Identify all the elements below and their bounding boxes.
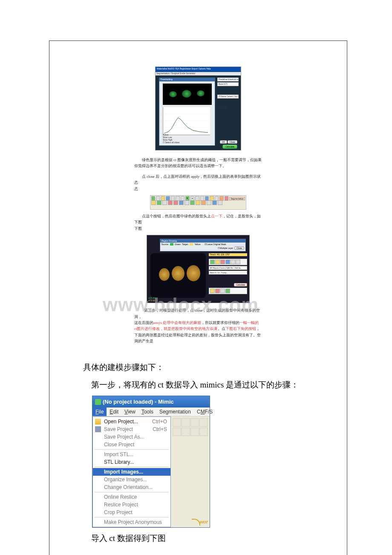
emb-p3-r1: ansys 处理中会有很大的麻烦 xyxy=(153,321,201,325)
menu-online-reslice[interactable]: Online Reslice xyxy=(93,493,170,501)
action-icon[interactable] xyxy=(220,289,225,293)
faded-tool-icon xyxy=(173,428,181,436)
toolbar-icon[interactable] xyxy=(218,200,222,205)
mask-tool-icon[interactable] xyxy=(225,260,230,264)
toolbar-icon[interactable] xyxy=(184,200,189,205)
ct-slice-view[interactable] xyxy=(150,253,206,298)
emb-p3-c: 。点 xyxy=(218,327,225,331)
file-dropdown-menu: Open Project... Ctrl+O Save Project Ctrl… xyxy=(92,416,171,527)
faded-tool-icon xyxy=(199,428,208,436)
region-close-button[interactable]: Close xyxy=(234,246,244,250)
menu-crop-project[interactable]: Crop Project xyxy=(93,509,170,516)
toolbar-icon[interactable] xyxy=(162,200,167,205)
calculate-button[interactable]: Calculate xyxy=(222,145,237,149)
source-value[interactable]: Green xyxy=(175,243,181,246)
menu-open-project[interactable]: Open Project... Ctrl+O xyxy=(93,418,170,425)
mask-tool-icon[interactable] xyxy=(220,260,225,264)
action-icon[interactable] xyxy=(215,289,220,293)
select-all-check[interactable]: ☐ Select all slices xyxy=(163,141,180,144)
target-label: Target: xyxy=(182,243,188,246)
leave-original-check[interactable]: ☑ Leave Original Mask xyxy=(205,243,226,246)
multiple-check[interactable]: ☑ Multiple... xyxy=(217,107,239,110)
emb-toolbar: Segmentation / Surgical Guide Generator xyxy=(156,72,241,75)
toolbar-icon[interactable] xyxy=(151,200,156,205)
emb-p3-b: ，所以就要求你仔细的 xyxy=(201,321,239,325)
mask-tool-icon[interactable] xyxy=(236,260,240,264)
threshold-side-panel: Predefined threshold sets Bone (CT) ☑ Na… xyxy=(217,78,239,110)
close-button[interactable]: Close xyxy=(228,140,237,144)
menu-view[interactable]: View xyxy=(121,408,138,416)
faded-tool-icon xyxy=(190,428,199,436)
faded-tool-icon xyxy=(199,418,208,427)
mask-tool-icon[interactable] xyxy=(210,260,215,264)
faded-tool-icon xyxy=(182,418,190,427)
mimics-app-icon xyxy=(95,399,101,405)
histogram-chart xyxy=(163,107,210,135)
toolbar-icon[interactable] xyxy=(168,200,173,205)
toolbar-icon[interactable] xyxy=(190,200,195,205)
mask-tool-icon[interactable] xyxy=(215,260,220,264)
menu-close-project[interactable]: Close Project xyxy=(93,441,170,448)
toolbar-icon[interactable] xyxy=(225,196,228,201)
menu-file[interactable]: File xyxy=(92,408,107,416)
source-label: Source: xyxy=(161,243,169,246)
dialog-buttons: OK Close xyxy=(220,140,237,144)
mask-tool-icon[interactable] xyxy=(231,260,235,264)
emb-para-2a-tail: 下图 xyxy=(134,226,142,231)
emb-para-2a-hl: 点一下 xyxy=(211,214,222,218)
side-row-bone[interactable]: Bone (CT) xyxy=(217,82,239,86)
main-para-step1: 第一步，将现有的 ct 数据导入 mimics 是通过以下的步骤： xyxy=(71,379,326,391)
menu-make-anonymous[interactable]: Make Project Anonymous xyxy=(93,518,170,526)
green-region-1 xyxy=(169,91,177,97)
menu-reslice-project[interactable]: Reslice Project xyxy=(93,501,170,509)
emb-para-1a: 绿色显示的是根据 ct 图像灰度所生成的阈值，一般不需要调节，但如果你觉得边界不… xyxy=(134,157,262,169)
menu-segmentation[interactable]: Segmentation xyxy=(156,408,194,416)
threshold-dialog: Thresholding Active xyxy=(159,78,215,146)
menu-save-as[interactable]: Save Project As... xyxy=(93,433,170,441)
menu-separator xyxy=(95,467,169,467)
menu-import-stl[interactable]: Import STL... xyxy=(93,451,170,458)
menu-edit[interactable]: Edit xyxy=(107,408,121,416)
bone-region xyxy=(187,265,200,281)
menu-organize-images[interactable]: Organize Images... xyxy=(93,476,170,483)
faded-tool-icon xyxy=(173,418,181,427)
embedded-toolbar-screenshot: ✦ + Segmentation xyxy=(150,195,246,210)
region-growing-title: Region Growing xyxy=(160,239,245,243)
menu-stl-library[interactable]: STL Library... xyxy=(93,458,170,466)
target-color-swatch xyxy=(190,243,193,246)
segmentation-tab[interactable]: Segmentation xyxy=(229,197,245,200)
embedded-screenshot-threshold: Materialise MoDGI FEA Registration Expor… xyxy=(155,66,241,150)
region-calculate-button[interactable]: Calculate xyxy=(234,283,247,286)
toolbar-icon[interactable] xyxy=(173,200,178,205)
menu-tools[interactable]: Tools xyxy=(138,408,156,416)
side-row-preset: Predefined threshold sets xyxy=(217,78,239,81)
coordinate-readout: -215.94 -473.60 xyxy=(148,297,155,302)
target-value[interactable]: Yellow xyxy=(194,243,200,246)
emb-para-3-body: 这在后面的ansys 处理中会有很大的麻烦，所以就要求你仔细的一幅一幅的 ct图… xyxy=(134,320,262,344)
toolbar-icon[interactable] xyxy=(201,200,206,205)
menu-save-project[interactable]: Save Project Ctrl+S xyxy=(93,425,170,433)
menu-change-orientation[interactable]: Change Orientation... xyxy=(93,483,170,491)
menu-save-shortcut: Ctrl+S xyxy=(153,426,167,432)
toolbar-icon[interactable] xyxy=(212,200,217,205)
tabs-row[interactable]: 3D Objects | Contrs | CAD Ob.. | Soft Va… xyxy=(209,266,247,270)
green-region-3 xyxy=(197,90,205,96)
action-icon[interactable] xyxy=(225,289,230,293)
ok-button[interactable]: OK xyxy=(220,140,227,144)
toolbar-icon[interactable] xyxy=(179,200,184,205)
menu-import-images[interactable]: Import Images... xyxy=(93,468,170,476)
emb-para-1b: 点 close 后，点上面对话框的 apply，然后切换上面的表单到如图所示状态 xyxy=(134,174,261,185)
emb-p3-r3: 下图右下角的按钮 xyxy=(225,327,256,331)
multiple-layer-check[interactable]: ☐ Multiple Layer xyxy=(218,247,233,249)
toolbar-icon[interactable] xyxy=(196,200,200,205)
threshold-readout: Thresh: 441 -226 -1767 xyxy=(209,253,247,256)
toolbar-icon[interactable] xyxy=(157,200,161,205)
logo-text: wor xyxy=(199,519,208,524)
action-icon[interactable] xyxy=(210,289,215,293)
mimics-title-text: (No project loaded) - Mimic xyxy=(103,399,174,405)
emb-titlebar: Materialise MoDGI FEA Registration Expor… xyxy=(156,67,241,72)
toolbar-icon[interactable] xyxy=(207,200,211,205)
menu-cmf[interactable]: CMF/S xyxy=(194,408,216,416)
menu-separator xyxy=(95,492,169,492)
side-row-opts: ☑ Name Current | Vol.%... xyxy=(217,95,239,98)
